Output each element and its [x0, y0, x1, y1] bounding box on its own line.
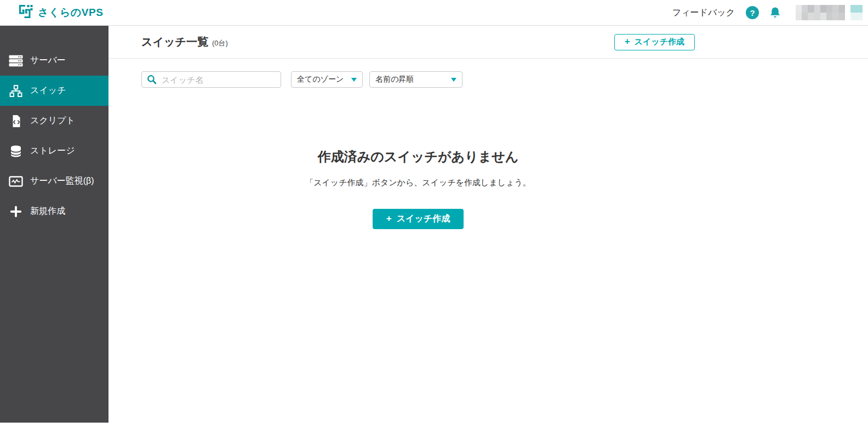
account-name-redacted[interactable] [796, 5, 845, 20]
top-bar: さくらのVPS フィードバック ? [0, 0, 868, 26]
sidebar-item-label: スイッチ [30, 85, 66, 96]
chevron-down-icon [451, 78, 456, 82]
bell-icon[interactable] [769, 6, 781, 20]
top-bar-actions: フィードバック ? [672, 5, 863, 20]
switch-icon [9, 84, 23, 98]
create-switch-button-main[interactable]: + スイッチ作成 [373, 209, 464, 229]
page-title-text: スイッチ一覧 [141, 35, 208, 49]
sidebar-item-label: 新規作成 [30, 206, 65, 217]
sidebar-item-servers[interactable]: サーバー [0, 45, 108, 76]
sort-select-value: 名前の昇順 [375, 75, 414, 84]
sidebar-item-label: ストレージ [30, 145, 75, 157]
empty-state-title: 作成済みのスイッチがありません [108, 148, 728, 166]
brand-logo[interactable]: さくらのVPS [18, 4, 103, 21]
sidebar-item-storage[interactable]: ストレージ [0, 136, 108, 166]
plus-icon [9, 204, 23, 219]
sidebar-item-label: サーバー [30, 55, 66, 66]
sidebar-item-switches[interactable]: スイッチ [0, 76, 108, 106]
sidebar-item-label: スクリプト [30, 115, 75, 127]
sidebar-item-monitoring[interactable]: サーバー監視(β) [0, 166, 108, 196]
sidebar-item-create-new[interactable]: 新規作成 [0, 196, 108, 226]
main-content: スイッチ一覧 (0台) + スイッチ作成 [108, 26, 868, 229]
plus-icon: + [386, 214, 392, 223]
switch-search [141, 71, 281, 88]
help-icon[interactable]: ? [746, 6, 759, 19]
empty-state: 作成済みのスイッチがありません 「スイッチ作成」ボタンから、スイッチを作成しまし… [108, 88, 728, 229]
search-input[interactable] [141, 71, 281, 88]
feedback-link[interactable]: フィードバック [672, 7, 735, 19]
storage-icon [9, 144, 23, 158]
zone-select-value: 全てのゾーン [297, 75, 344, 84]
brand-name: さくらのVPS [38, 5, 103, 20]
create-switch-button-top[interactable]: + スイッチ作成 [614, 34, 695, 50]
create-switch-button-label: スイッチ作成 [635, 37, 684, 47]
avatar-redacted[interactable] [850, 5, 863, 20]
server-icon [9, 54, 23, 68]
sidebar: サーバー スイッチ [0, 26, 108, 423]
sort-select[interactable]: 名前の昇順 [369, 71, 462, 88]
zone-select[interactable]: 全てのゾーン [291, 71, 363, 88]
empty-state-description: 「スイッチ作成」ボタンから、スイッチを作成しましょう。 [108, 178, 728, 188]
page-header: スイッチ一覧 (0台) + スイッチ作成 [108, 26, 868, 59]
search-icon [147, 75, 157, 87]
chevron-down-icon [351, 78, 357, 82]
sidebar-item-label: サーバー監視(β) [30, 175, 94, 187]
script-icon [9, 114, 23, 128]
switch-count: (0台) [212, 38, 228, 48]
sakura-logo-icon [18, 4, 33, 21]
filter-bar: 全てのゾーン 名前の昇順 [108, 59, 728, 88]
page-title: スイッチ一覧 (0台) [141, 35, 228, 49]
sidebar-item-scripts[interactable]: スクリプト [0, 106, 108, 136]
create-switch-button-label: スイッチ作成 [397, 213, 450, 225]
monitor-icon [9, 174, 23, 189]
plus-icon: + [625, 37, 630, 46]
app-window: さくらのVPS フィードバック ? [0, 0, 868, 427]
